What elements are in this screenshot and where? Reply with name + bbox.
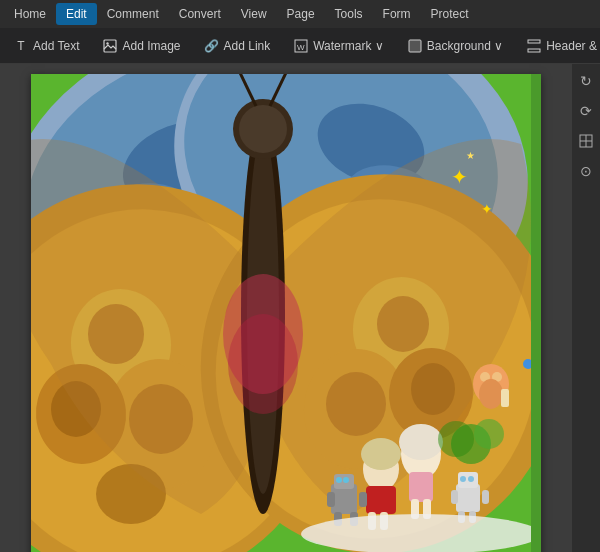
svg-point-80: [438, 421, 474, 457]
svg-point-56: [343, 477, 349, 483]
svg-rect-57: [327, 492, 335, 507]
svg-rect-61: [456, 484, 480, 512]
svg-text:✦: ✦: [481, 201, 493, 217]
svg-text:W: W: [297, 43, 305, 52]
svg-rect-4: [409, 40, 421, 52]
add-link-label: Add Link: [224, 39, 271, 53]
add-image-label: Add Image: [122, 39, 180, 53]
menu-protect[interactable]: Protect: [421, 3, 479, 25]
add-image-button[interactable]: Add Image: [95, 35, 188, 57]
menu-form[interactable]: Form: [373, 3, 421, 25]
add-text-button[interactable]: T Add Text: [6, 35, 87, 57]
pdf-page: PDFent: [31, 74, 541, 552]
menu-page[interactable]: Page: [277, 3, 325, 25]
watermark-button[interactable]: W Watermark ∨: [286, 35, 392, 57]
menu-comment[interactable]: Comment: [97, 3, 169, 25]
toolbar: T Add Text Add Image 🔗 Add Link W Waterm…: [0, 28, 600, 64]
svg-point-79: [474, 419, 504, 449]
svg-point-36: [239, 105, 287, 153]
svg-point-44: [399, 424, 443, 460]
background-label: Background ∨: [427, 39, 503, 53]
svg-rect-58: [359, 492, 367, 507]
svg-rect-0: [104, 40, 116, 52]
menu-edit[interactable]: Edit: [56, 3, 97, 25]
pdf-area[interactable]: PDFent: [0, 64, 572, 552]
svg-point-63: [460, 476, 466, 482]
svg-text:★: ★: [466, 150, 475, 161]
svg-rect-50: [366, 486, 396, 514]
butterfly-illustration: ✦ ✦ ★: [31, 74, 531, 552]
menu-view[interactable]: View: [231, 3, 277, 25]
svg-rect-5: [528, 40, 540, 43]
header-footer-button[interactable]: Header & Footer ∨: [519, 35, 600, 57]
menu-bar: Home Edit Comment Convert View Page Tool…: [0, 0, 600, 28]
svg-rect-65: [451, 490, 458, 504]
background-icon: [408, 39, 422, 53]
menu-convert[interactable]: Convert: [169, 3, 231, 25]
header-footer-icon: [527, 39, 541, 53]
menu-tools[interactable]: Tools: [325, 3, 373, 25]
svg-point-64: [468, 476, 474, 482]
svg-point-49: [361, 438, 401, 470]
image-edit-button[interactable]: [575, 130, 597, 152]
add-image-icon: [103, 39, 117, 53]
settings-button[interactable]: ⊙: [575, 160, 597, 182]
svg-point-1: [107, 42, 109, 44]
menu-home[interactable]: Home: [4, 3, 56, 25]
refresh-button[interactable]: ⟳: [575, 100, 597, 122]
add-link-icon: 🔗: [205, 39, 219, 53]
svg-point-42: [228, 314, 298, 414]
add-text-label: Add Text: [33, 39, 79, 53]
watermark-label: Watermark ∨: [313, 39, 384, 53]
header-footer-label: Header & Footer ∨: [546, 39, 600, 53]
watermark-icon: W: [294, 39, 308, 53]
svg-point-72: [479, 379, 503, 409]
add-text-icon: T: [14, 39, 28, 53]
svg-rect-66: [482, 490, 489, 504]
background-button[interactable]: Background ∨: [400, 35, 511, 57]
main-content: PDFent: [0, 64, 600, 552]
svg-rect-45: [409, 472, 433, 502]
add-link-button[interactable]: 🔗 Add Link: [197, 35, 279, 57]
side-panel: ↻ ⟳ ⊙: [572, 64, 600, 552]
svg-rect-6: [528, 49, 540, 52]
svg-point-55: [336, 477, 342, 483]
rotate-right-button[interactable]: ↻: [575, 70, 597, 92]
svg-rect-73: [501, 389, 509, 407]
svg-text:✦: ✦: [451, 166, 468, 188]
